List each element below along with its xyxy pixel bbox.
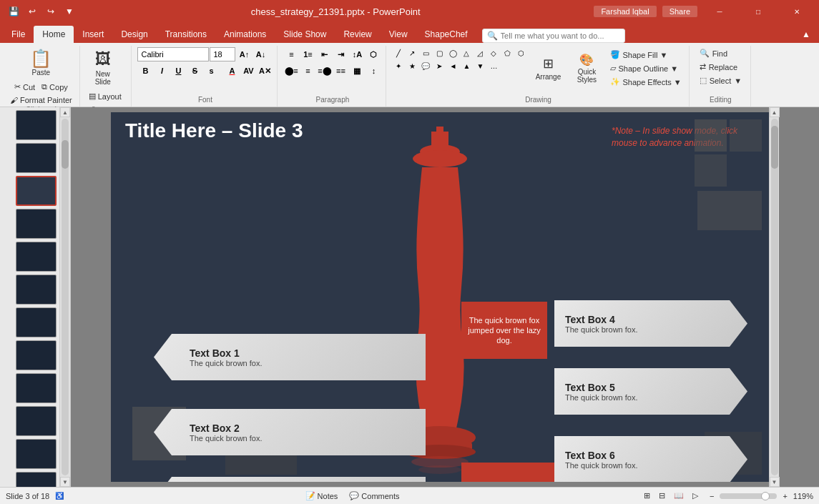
numbering-button[interactable]: 1≡: [300, 47, 315, 61]
shape-more[interactable]: …: [487, 60, 500, 71]
reading-view-button[interactable]: 📖: [671, 490, 687, 501]
scroll-up-arrow[interactable]: ▲: [60, 107, 70, 117]
text-box-5-arrow[interactable]: Text Box 5 The quick brown fox.: [554, 368, 747, 415]
minimize-button[interactable]: ─: [703, 0, 736, 23]
zoom-slider-thumb[interactable]: [761, 492, 770, 500]
slide-thumb-5[interactable]: [16, 242, 57, 272]
text-box-4-arrow[interactable]: Text Box 4 The quick brown fox.: [554, 300, 747, 347]
find-button[interactable]: 🔍 Find: [695, 47, 746, 59]
slide-sorter-button[interactable]: ⊟: [656, 490, 668, 501]
format-painter-button[interactable]: 🖌 Format Painter: [7, 94, 75, 106]
underline-button[interactable]: U: [170, 64, 186, 78]
replace-button[interactable]: ⇄ Replace: [695, 61, 746, 73]
maximize-button[interactable]: □: [742, 0, 775, 23]
slide-canvas[interactable]: Title Here – Slide 3 *Note – In slide sh…: [111, 112, 769, 482]
slide-thumb-10[interactable]: [16, 406, 57, 436]
slide-thumb-3[interactable]: [16, 176, 57, 206]
shape-arrow-r[interactable]: ➤: [433, 60, 446, 71]
customize-qa-button[interactable]: ▼: [62, 4, 77, 19]
font-size-input[interactable]: [210, 47, 235, 61]
bold-button[interactable]: B: [137, 64, 153, 78]
slide-thumb-11[interactable]: [16, 439, 57, 469]
bullets-button[interactable]: ≡: [283, 47, 299, 61]
shadow-button[interactable]: s: [203, 64, 219, 78]
slide-thumb-2[interactable]: [16, 143, 57, 173]
tab-slideshow[interactable]: Slide Show: [275, 26, 335, 43]
font-name-input[interactable]: [137, 47, 209, 61]
canvas-scroll-up[interactable]: ▲: [770, 107, 780, 117]
shape-arrow[interactable]: ↗: [406, 47, 418, 59]
line-spacing-button[interactable]: ↕: [366, 64, 381, 78]
select-dropdown-icon[interactable]: ▼: [734, 76, 742, 85]
quick-styles-button[interactable]: 🎨 Quick Styles: [569, 49, 604, 88]
cut-button[interactable]: ✂ Cut: [11, 81, 38, 93]
copy-button[interactable]: ⧉ Copy: [39, 81, 71, 93]
shape-arrow-u[interactable]: ▲: [460, 60, 473, 71]
shape-arrow-l[interactable]: ◄: [446, 60, 459, 71]
font-clear-button[interactable]: A✕: [257, 64, 273, 78]
tab-design[interactable]: Design: [112, 26, 156, 43]
text-box-6-arrow[interactable]: Text Box 6 The quick brown fox.: [554, 436, 747, 482]
shape-callout[interactable]: 💬: [419, 60, 432, 71]
share-button[interactable]: Share: [662, 6, 697, 17]
arrange-button[interactable]: ⊞ Arrange: [530, 49, 566, 88]
shape-tri[interactable]: △: [460, 47, 473, 59]
increase-indent-button[interactable]: ⇥: [333, 47, 348, 61]
slide-thumb-7[interactable]: [16, 307, 57, 337]
columns-button[interactable]: ▦: [349, 64, 365, 78]
redo-button[interactable]: ↪: [43, 4, 59, 19]
slide-thumb-8[interactable]: [16, 340, 57, 370]
notes-button[interactable]: 📝 Notes: [303, 490, 341, 501]
shape-rt-tri[interactable]: ◿: [474, 47, 486, 59]
shape-star4[interactable]: ✦: [392, 60, 405, 71]
shape-outline-button[interactable]: ▱ Shape Outline ▼: [607, 62, 684, 74]
tab-insert[interactable]: Insert: [74, 26, 112, 43]
tab-view[interactable]: View: [381, 26, 416, 43]
new-slide-button[interactable]: 🖼 New Slide: [86, 47, 120, 89]
scroll-thumb[interactable]: [62, 140, 69, 169]
text-box-1-arrow[interactable]: Text Box 1 The quick brown fox.: [154, 334, 426, 380]
zoom-slider[interactable]: [720, 493, 777, 499]
tab-home[interactable]: Home: [34, 26, 74, 43]
shape-star5[interactable]: ★: [406, 60, 418, 71]
shape-outline-dropdown-icon[interactable]: ▼: [670, 64, 678, 73]
canvas-scrollbar[interactable]: ▲ ▼: [769, 107, 779, 487]
zoom-out-button[interactable]: −: [707, 491, 717, 501]
increase-font-button[interactable]: A↑: [236, 47, 252, 61]
slideshow-button[interactable]: ▷: [690, 490, 701, 501]
save-button[interactable]: 💾: [6, 4, 21, 19]
undo-button[interactable]: ↩: [24, 4, 40, 19]
slide-thumb-1[interactable]: [16, 110, 57, 140]
justify-button[interactable]: ≡≡: [333, 64, 348, 78]
tab-shapechef[interactable]: ShapeChef: [416, 26, 476, 43]
normal-view-button[interactable]: ⊞: [641, 490, 653, 501]
shape-rounded[interactable]: ▢: [433, 47, 446, 59]
shape-oval[interactable]: ◯: [446, 47, 459, 59]
decrease-indent-button[interactable]: ⇤: [316, 47, 332, 61]
comments-button[interactable]: 💬 Comments: [346, 490, 402, 501]
align-center-button[interactable]: ≡: [300, 64, 315, 78]
slide-thumb-4[interactable]: [16, 209, 57, 239]
search-input[interactable]: [501, 31, 615, 40]
text-box-2-arrow[interactable]: Text Box 2 The quick brown fox.: [154, 409, 426, 455]
slide-thumb-12[interactable]: [16, 472, 57, 487]
shape-effects-button[interactable]: ✨ Shape Effects ▼: [607, 76, 684, 88]
zoom-in-button[interactable]: +: [780, 491, 790, 501]
text-direction-button[interactable]: ↕A: [349, 47, 365, 61]
shape-fill-button[interactable]: 🪣 Shape Fill ▼: [607, 49, 684, 61]
canvas-scroll-down[interactable]: ▼: [770, 477, 780, 487]
close-button[interactable]: ✕: [780, 0, 813, 23]
red-text-box-bottom[interactable]: The quick brown fox jumped over the lazy…: [461, 463, 554, 482]
text-box-3-arrow[interactable]: Text Box 3 The quick brown fox.: [154, 477, 426, 482]
char-spacing-button[interactable]: AV: [240, 64, 256, 78]
ribbon-collapse-button[interactable]: ▲: [793, 26, 819, 43]
shape-line[interactable]: ╱: [392, 47, 405, 59]
align-right-button[interactable]: ≡⬤: [316, 64, 332, 78]
select-button[interactable]: ⬚ Select ▼: [695, 74, 746, 87]
font-color-button[interactable]: A: [224, 64, 240, 78]
tab-file[interactable]: File: [3, 26, 34, 43]
shape-arrow-d[interactable]: ▼: [474, 60, 486, 71]
slide-panel-scrollbar[interactable]: ▲ ▼: [60, 107, 70, 487]
slide-thumb-6[interactable]: [16, 275, 57, 305]
strikethrough-button[interactable]: S: [187, 64, 202, 78]
